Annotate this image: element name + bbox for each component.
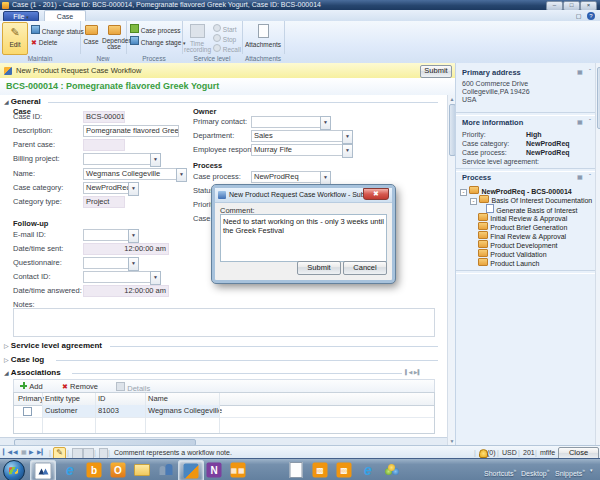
taskbar-overflow-arrow[interactable]: ▾ <box>590 459 593 480</box>
category-type-field: Project <box>83 196 125 208</box>
start-button[interactable] <box>3 460 25 480</box>
notes-field[interactable] <box>13 308 435 337</box>
factbox-menu-icon[interactable]: ▦ <box>577 68 583 75</box>
chevron-icon: » <box>514 467 517 473</box>
taskbar-explorer-icon[interactable] <box>130 460 154 480</box>
tree-item-label: Product Brief Generation <box>490 224 567 231</box>
dialog-submit-button[interactable]: Submit <box>297 261 341 275</box>
questionnaire-dropdown[interactable]: ▼ <box>128 257 139 271</box>
col-id[interactable]: ID <box>96 393 148 404</box>
contact-id-dropdown[interactable]: ▼ <box>150 271 161 285</box>
delete-button[interactable]: ✖ Delete <box>31 38 57 48</box>
edit-button[interactable]: ✎ Edit <box>2 22 28 55</box>
taskbar-onenote-icon[interactable]: N <box>202 460 226 480</box>
case-process-field[interactable]: NewProdReq <box>251 171 323 183</box>
taskbar-dynamics-ax-icon[interactable] <box>30 460 56 480</box>
collapse-icon[interactable]: ˆ <box>589 118 591 124</box>
section-sla[interactable]: ▷ Service level agreement <box>4 341 102 350</box>
horizontal-scrollbar[interactable] <box>0 437 447 445</box>
taskbar-toolbar-desktop[interactable]: Desktop» <box>521 459 549 480</box>
add-button[interactable]: Add <box>20 382 43 391</box>
col-entity-type[interactable]: Entity type <box>43 393 97 404</box>
minimize-ribbon-icon[interactable]: ▢ <box>574 12 583 20</box>
dependent-case-folder-icon <box>108 25 121 35</box>
questionnaire-label: Questionnaire: <box>13 258 62 267</box>
primary-checkbox[interactable] <box>23 407 32 416</box>
associations-grid: Primary Entity type ID Name Customer 810… <box>13 392 435 434</box>
taskbar-dynamics-grid-icon[interactable]: ▦▦ <box>226 460 250 480</box>
divider <box>456 112 600 116</box>
change-stage-icon <box>130 36 139 45</box>
section-general[interactable]: ◢ General <box>4 97 41 106</box>
dependent-case-button[interactable]: Dependent case <box>102 23 126 50</box>
tree-collapse-icon[interactable]: - <box>460 189 467 196</box>
divider <box>110 346 438 347</box>
taskbar-ie2-icon[interactable]: e <box>356 460 380 480</box>
case-category-dropdown[interactable]: ▼ <box>128 182 139 196</box>
taskbar-spheres-icon[interactable] <box>380 460 404 480</box>
taskbar-org-icon-1[interactable]: ▩ <box>308 460 332 480</box>
grid-paging-icons[interactable]: ▌◀ ▶▌ <box>405 369 421 375</box>
contact-id-field[interactable] <box>83 271 153 283</box>
dialog-title-bar[interactable]: New Product Request Case Workflow - Subm… <box>215 188 392 203</box>
tree-collapse-icon[interactable]: - <box>470 198 477 205</box>
primary-contact-field[interactable] <box>251 116 323 128</box>
primary-contact-dropdown[interactable]: ▼ <box>320 116 331 130</box>
section-case-log[interactable]: ▷ Case log <box>4 355 44 364</box>
collapse-icon[interactable]: ˆ <box>589 173 591 179</box>
taskbar-contacts-icon[interactable] <box>154 460 178 480</box>
remove-x-icon: ✖ <box>62 383 68 390</box>
billing-project-dropdown[interactable]: ▼ <box>150 153 161 167</box>
taskbar-toolbar-shortcuts[interactable]: Shortcuts» <box>484 459 516 480</box>
comment-textarea[interactable]: Need to start working on this - only 3 w… <box>220 214 387 262</box>
employee-responsible-dropdown[interactable]: ▼ <box>342 144 353 158</box>
tree-item[interactable]: Product Launch <box>478 258 539 268</box>
case-process-dropdown[interactable]: ▼ <box>320 171 331 185</box>
name-dropdown[interactable]: ▼ <box>176 168 187 182</box>
section-associations-label: Associations <box>11 368 61 377</box>
time-recording-label: Time recording <box>184 41 210 53</box>
email-id-dropdown[interactable]: ▼ <box>128 229 139 243</box>
category-type-label: Category type: <box>13 197 62 206</box>
group-header-followup: Follow-up <box>13 219 48 228</box>
ribbon: ✎ Edit Change status ▾ ✖ Delete Maintain… <box>0 21 600 64</box>
folder-icon <box>478 249 488 257</box>
new-case-button[interactable]: Case <box>81 23 101 45</box>
taskbar-org-icon-2[interactable]: ▩ <box>332 460 356 480</box>
workflow-submit-button[interactable]: Submit <box>420 65 452 78</box>
department-field[interactable]: Sales <box>251 130 345 142</box>
case-process-button[interactable]: Case process <box>130 24 181 34</box>
dialog-cancel-button[interactable]: Cancel <box>343 261 387 275</box>
col-name[interactable]: Name <box>146 393 222 404</box>
time-recording-icon <box>190 24 205 38</box>
change-stage-button[interactable]: Change stage ▾ <box>130 36 186 46</box>
attachments-label: Attachments <box>244 41 282 48</box>
email-id-field[interactable] <box>83 229 131 241</box>
billing-project-field[interactable] <box>83 153 153 165</box>
dynamics-ax-logo <box>35 463 52 480</box>
taskbar-ax-client-icon[interactable] <box>178 460 204 480</box>
taskbar-toolbar-snippets[interactable]: Snippets» <box>555 459 585 480</box>
case-category-field[interactable]: NewProdReq <box>83 182 131 194</box>
remove-button[interactable]: ✖ Remove <box>62 382 98 391</box>
description-field[interactable]: Pomegranate flavored Greek Yogurt <box>83 125 179 137</box>
case-id-label: Case ID: <box>13 112 42 121</box>
taskbar-outlook-icon[interactable]: O <box>106 460 130 480</box>
factbox-menu-icon[interactable]: ▦ <box>577 118 583 125</box>
employee-responsible-field[interactable]: Murray Fife <box>251 144 345 156</box>
dialog-close-button[interactable]: ✖ <box>363 188 389 200</box>
case-process-icon <box>130 24 139 33</box>
questionnaire-field[interactable] <box>83 257 131 269</box>
factbox-menu-icon[interactable]: ▦ <box>577 173 583 180</box>
table-row[interactable]: Customer 81003 Wegmans Collegeville <box>14 405 434 418</box>
collapse-icon[interactable]: ˆ <box>589 68 591 74</box>
department-dropdown[interactable]: ▼ <box>342 130 353 144</box>
help-icon[interactable]: ? <box>587 12 595 20</box>
taskbar-document-icon[interactable] <box>284 460 308 480</box>
taskbar-bing-icon[interactable]: b <box>82 460 106 480</box>
taskbar-ie-icon[interactable]: e <box>58 460 82 480</box>
section-associations[interactable]: ◢ Associations <box>4 368 61 377</box>
factbox-scrollbar[interactable] <box>595 63 600 445</box>
attachments-button[interactable]: Attachments <box>244 23 282 48</box>
name-field[interactable]: Wegmans Collegeville <box>83 168 179 180</box>
